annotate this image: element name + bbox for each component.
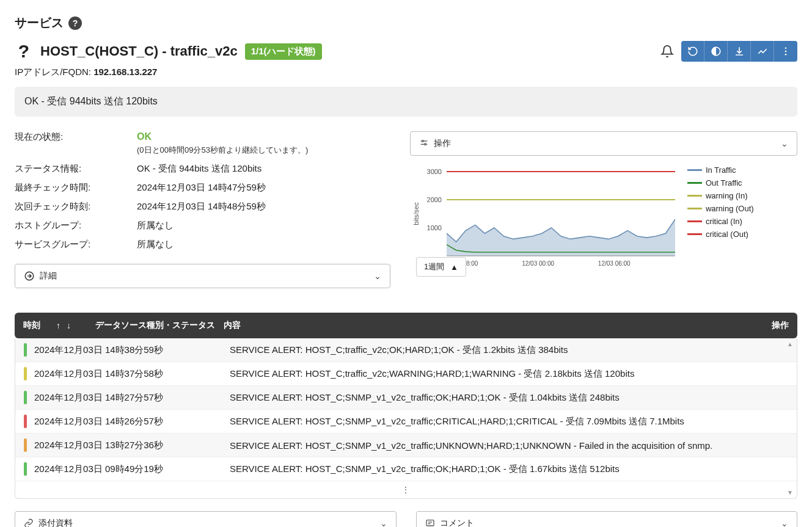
svg-text:bits/sec: bits/sec xyxy=(412,202,420,225)
chevron-down-icon: ⌄ xyxy=(781,518,788,527)
status-color-bar xyxy=(24,391,27,404)
status-color-bar xyxy=(24,415,27,428)
legend-swatch xyxy=(687,182,702,184)
svg-text:12/03 00:00: 12/03 00:00 xyxy=(522,260,554,267)
svg-text:12/03 06:00: 12/03 06:00 xyxy=(598,260,631,267)
log-content: SERVICE ALERT: HOST_C;SNMP_v1_v2c_traffi… xyxy=(230,463,788,475)
range-label: 1週間 xyxy=(424,261,444,272)
legend-label: warning (Out) xyxy=(706,204,754,213)
value-last-check: 2024年12月03日 14時47分59秒 xyxy=(137,182,390,194)
value-next-check: 2024年12月03日 14時48分59秒 xyxy=(137,201,390,213)
legend-label: Out Traffic xyxy=(706,178,742,187)
settings-sliders-icon xyxy=(419,139,429,148)
svg-point-2 xyxy=(785,47,787,49)
graph-button[interactable] xyxy=(751,41,774,62)
value-status-info: OK - 受信 944bits 送信 120bits xyxy=(137,163,390,175)
refresh-button[interactable] xyxy=(681,41,704,62)
log-time: 2024年12月03日 09時49分19秒 xyxy=(34,463,230,475)
svg-text:1000: 1000 xyxy=(426,224,441,231)
legend-item: critical (In) xyxy=(687,217,754,226)
ip-value: 192.168.13.227 xyxy=(93,67,157,77)
label-last-check: 最終チェック時間: xyxy=(15,182,137,194)
log-content: SERVICE ALERT: HOST_C;SNMP_v1_v2c_traffi… xyxy=(230,416,788,427)
log-row[interactable]: 2024年12月03日 14時26分57秒SERVICE ALERT: HOST… xyxy=(15,410,797,434)
log-content: SERVICE ALERT: HOST_C;traffic_v2c;WARNIN… xyxy=(230,368,788,380)
status-color-bar xyxy=(24,462,27,476)
log-time: 2024年12月03日 14時27分57秒 xyxy=(34,392,230,404)
log-row[interactable]: 2024年12月03日 09時49分19秒SERVICE ALERT: HOST… xyxy=(15,457,797,481)
more-menu-button[interactable] xyxy=(774,41,797,62)
log-content: SERVICE ALERT: HOST_C;SNMP_v1_v2c_traffi… xyxy=(230,440,788,451)
legend-label: critical (Out) xyxy=(706,230,748,239)
svg-point-4 xyxy=(785,54,787,56)
log-content: SERVICE ALERT: HOST_C;SNMP_v1_v2c_traffi… xyxy=(230,392,788,404)
status-banner: OK - 受信 944bits 送信 120bits xyxy=(15,87,797,117)
log-row[interactable]: 2024年12月03日 14時38分59秒SERVICE ALERT: HOST… xyxy=(15,338,797,362)
comments-panel[interactable]: コメント ⌄ xyxy=(416,511,798,527)
svg-point-8 xyxy=(422,140,424,142)
attachments-label: 添付資料 xyxy=(38,518,73,527)
legend-label: critical (In) xyxy=(706,217,742,226)
notification-bell-icon[interactable] xyxy=(660,45,674,58)
svg-point-3 xyxy=(785,51,787,53)
help-icon[interactable]: ? xyxy=(68,16,82,30)
operations-panel[interactable]: 操作 ⌄ xyxy=(410,131,797,156)
operations-panel-label: 操作 xyxy=(434,138,451,149)
page-title: サービス xyxy=(15,15,64,31)
attachments-panel[interactable]: 添付資料 ⌄ xyxy=(15,511,397,527)
status-color-bar xyxy=(24,438,27,452)
label-status-info: ステータス情報: xyxy=(15,163,137,175)
log-table: ▲▼ 2024年12月03日 14時38分59秒SERVICE ALERT: H… xyxy=(15,338,797,499)
legend-swatch xyxy=(687,169,702,171)
chevron-down-icon: ⌄ xyxy=(380,518,387,527)
detail-expand-panel[interactable]: 詳細 ⌄ xyxy=(15,264,390,288)
legend-swatch xyxy=(687,233,702,235)
comment-icon xyxy=(425,518,435,527)
value-duration: (0日と00時間09分53秒前より継続しています。) xyxy=(137,145,390,156)
hard-state-badge: 1/1(ハード状態) xyxy=(245,43,322,60)
value-host-group: 所属なし xyxy=(137,220,390,231)
log-row[interactable]: 2024年12月03日 14時37分58秒SERVICE ALERT: HOST… xyxy=(15,362,797,386)
log-time: 2024年12月03日 14時38分59秒 xyxy=(34,344,230,356)
log-header-datasource: データソース種別・ステータス xyxy=(95,320,215,331)
chevron-down-icon: ⌄ xyxy=(781,139,788,148)
label-next-check: 次回チェック時刻: xyxy=(15,201,137,213)
host-service-title: HOST_C(HOST_C) - traffic_v2c xyxy=(40,43,238,59)
chart-legend: In TrafficOut Trafficwarning (In)warning… xyxy=(687,165,754,269)
log-table-header: 時刻 ↑ ↓ データソース種別・ステータス 内容 操作 xyxy=(15,313,797,338)
chevron-down-icon: ⌄ xyxy=(374,271,381,281)
scrollbar[interactable]: ▲▼ xyxy=(787,341,794,496)
svg-text:2000: 2000 xyxy=(426,196,441,203)
load-more-icon[interactable]: ⋮ xyxy=(15,481,797,498)
legend-label: In Traffic xyxy=(706,165,736,175)
svg-text:3000: 3000 xyxy=(426,168,441,175)
traffic-chart: 100020003000bits/sec12/02 18:0012/03 00:… xyxy=(410,165,679,269)
legend-item: In Traffic xyxy=(687,165,754,175)
legend-item: Out Traffic xyxy=(687,178,754,187)
sort-desc-button[interactable]: ↓ xyxy=(67,321,71,330)
label-current-state: 現在の状態: xyxy=(15,131,137,156)
comments-label: コメント xyxy=(440,518,474,527)
time-range-selector[interactable]: 1週間 ▲ xyxy=(416,257,466,277)
svg-rect-24 xyxy=(426,520,434,526)
log-header-time: 時刻 xyxy=(23,320,56,331)
log-header-ops: 操作 xyxy=(772,320,789,331)
log-row[interactable]: 2024年12月03日 13時27分36秒SERVICE ALERT: HOST… xyxy=(15,434,797,457)
log-content: SERVICE ALERT: HOST_C;traffic_v2c;OK;HAR… xyxy=(230,344,788,356)
log-time: 2024年12月03日 13時27分36秒 xyxy=(34,440,230,451)
status-color-bar xyxy=(24,367,27,380)
label-service-group: サービスグループ: xyxy=(15,239,137,250)
ip-address-line: IPアドレス/FQDN: 192.168.13.227 xyxy=(15,67,797,78)
value-service-group: 所属なし xyxy=(137,239,390,250)
moon-button[interactable] xyxy=(704,41,728,62)
legend-item: critical (Out) xyxy=(687,230,754,239)
download-button[interactable] xyxy=(728,41,751,62)
detail-panel-label: 詳細 xyxy=(40,271,57,282)
log-header-content: 内容 xyxy=(224,320,241,331)
svg-point-10 xyxy=(425,144,426,145)
log-row[interactable]: 2024年12月03日 14時27分57秒SERVICE ALERT: HOST… xyxy=(15,386,797,410)
ip-label: IPアドレス/FQDN: xyxy=(15,67,93,77)
log-time: 2024年12月03日 14時26分57秒 xyxy=(34,416,230,427)
legend-item: warning (Out) xyxy=(687,204,754,213)
sort-asc-button[interactable]: ↑ xyxy=(56,321,60,330)
